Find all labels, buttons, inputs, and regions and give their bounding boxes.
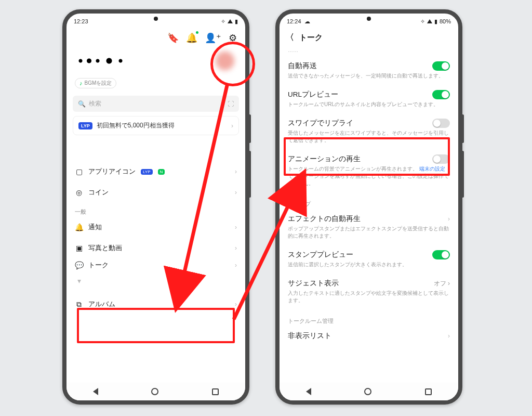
setting-title: 自動再送 [288,61,317,71]
setting-title: サジェスト表示 [288,279,339,288]
app-icon-icon: ▢ [75,167,83,176]
toggle-off[interactable] [432,119,450,128]
menu-talk[interactable]: 💬 トーク › [66,255,245,276]
menu-label: アルバム [88,300,115,309]
profile-row[interactable] [66,47,245,76]
chevron-right-icon: › [235,244,237,252]
phone-left: 12:23 ✧ ▮ 🔖 🔔 👤⁺ ⚙ ♪ BGMを設定 [62,9,249,405]
menu-photo-video[interactable]: ▣ 写真と動画 › [66,238,245,255]
battery-text: 80% [440,18,451,24]
top-toolbar: 🔖 🔔 👤⁺ ⚙ [66,27,245,47]
menu-label: 通知 [88,223,102,232]
bell-icon[interactable]: 🔔 [186,32,197,44]
add-friend-icon[interactable]: 👤⁺ [205,32,221,44]
setting-effect-autoplay[interactable]: エフェクトの自動再生 › ポップアップスタンプまたはエフェクトスタンプを送受信す… [280,209,458,245]
device-settings-link[interactable]: 端末の設定 [419,166,445,172]
back-icon[interactable]: 〈 [286,32,294,43]
camera-notch [154,17,158,21]
nav-back-icon[interactable] [93,388,98,395]
nav-recent-icon[interactable] [425,388,432,395]
menu-album[interactable]: ⧉ アルバム › [66,294,245,315]
search-placeholder: 検索 [89,99,101,108]
search-input[interactable]: 🔍 検索 ⛶ [73,96,239,112]
setting-desc: 入力したテキストに適したスタンプや絵文字を変換候補として表示します。 [288,290,450,304]
toggle-on[interactable] [432,61,450,71]
bgm-label: BGMを設定 [85,80,112,87]
nav-back-icon[interactable] [306,388,311,395]
setting-title: 非表示リスト [288,331,331,341]
settings-list: ▢ アプリアイコン LYP N › ◎ コイン › 一般 [66,161,245,315]
setting-desc: 受信したメッセージを左にスワイプすると、そのメッセージを引用して返信できます。 [288,129,450,144]
menu-coin[interactable]: ◎ コイン › [66,182,245,203]
chat-icon: 💬 [75,261,83,269]
toggle-on[interactable] [432,250,450,259]
android-navbar [66,383,245,400]
setting-animation[interactable]: アニメーションの再生 トークルームの背景でアニメーションが再生されます。 端末の… [280,149,458,192]
battery-icon: ▮ [434,18,437,25]
status-icons: ✧ ▮ 80% [420,18,451,25]
page-header: 〈 トーク [280,27,458,47]
nav-home-icon[interactable] [151,388,158,395]
vibrate-icon: ✧ [420,18,425,25]
setting-desc: トークルームの背景でアニメーションが再生されます。 端末の設定 でアニメーション… [288,165,450,187]
nav-home-icon[interactable] [364,388,371,395]
music-note-icon: ♪ [79,80,83,86]
setting-value: オフ › [434,279,450,288]
volume-button[interactable] [248,151,251,198]
photo-icon: ▣ [75,244,83,252]
nav-recent-icon[interactable] [212,388,219,395]
gear-icon[interactable]: ⚙ [229,32,237,44]
truncated-row: …… [280,47,458,56]
setting-hidden-list[interactable]: 非表示リスト › [280,326,458,346]
bookmark-icon[interactable]: 🔖 [167,32,179,44]
menu-unknown[interactable]: ▾ [66,276,245,291]
power-button[interactable] [248,114,251,143]
bell-outline-icon: 🔔 [75,223,83,231]
promo-text: 初回無料で5,000円相当獲得 [97,121,175,130]
setting-stamp-preview[interactable]: スタンププレビュー 送信前に選択したスタンプが大きく表示されます。 [280,245,458,274]
vibrate-icon: ✧ [221,18,225,25]
android-navbar [280,383,458,400]
power-button[interactable] [461,114,464,143]
toggle-off[interactable] [432,154,450,164]
menu-label: 写真と動画 [88,243,122,253]
phone-right: 12:24 ☁ ✧ ▮ 80% 〈 トーク …… 自動再送 送信できなか [275,9,462,405]
chevron-right-icon: › [235,224,237,231]
page-title: トーク [299,33,323,43]
search-icon: 🔍 [78,100,86,108]
profile-name-obscured [75,57,132,65]
talk-settings-screen: 〈 トーク …… 自動再送 送信できなかったメッセージを、一定時間後に自動で再送… [280,27,458,383]
qr-icon[interactable]: ⛶ [228,100,234,108]
setting-auto-resend[interactable]: 自動再送 送信できなかったメッセージを、一定時間後に自動で再送します。 [280,56,458,85]
setting-url-preview[interactable]: URLプレビュー トークルームでURLのサムネイルと内容をプレビューできます。 [280,85,458,113]
setting-desc: ポップアップスタンプまたはエフェクトスタンプを送受信すると自動的に再生されます。 [288,225,450,240]
coin-icon: ◎ [75,188,83,197]
section-general: 一般 [66,203,245,217]
setting-suggest[interactable]: サジェスト表示 オフ › 入力したテキストに適したスタンプや絵文字を変換候補とし… [280,274,458,309]
menu-notifications[interactable]: 🔔 通知 › [66,217,245,238]
camera-notch [367,17,371,21]
setting-swipe-reply[interactable]: スワイプでリプライ 受信したメッセージを左にスワイプすると、そのメッセージを引用… [280,113,458,149]
setting-title: アニメーションの再生 [288,154,361,164]
toggle-on[interactable] [432,90,450,99]
setting-title: URLプレビュー [288,90,338,99]
setting-desc: トークルームでURLのサムネイルと内容をプレビューできます。 [288,101,450,108]
setting-title: エフェクトの自動再生 [288,214,361,224]
promo-banner[interactable]: LYP 初回無料で5,000円相当獲得 › [73,116,239,135]
menu-label: アプリアイコン [88,167,136,176]
volume-button[interactable] [461,151,464,198]
status-time: 12:24 [287,18,301,25]
album-icon: ⧉ [75,300,83,309]
chevron-right-icon: › [235,189,237,196]
bgm-chip[interactable]: ♪ BGMを設定 [75,78,116,88]
chevron-right-icon: › [231,122,233,129]
setting-title: スタンププレビュー [288,250,353,259]
section-room: トークルーム管理 [280,309,458,326]
status-time: 12:23 [74,18,88,24]
menu-app-icon[interactable]: ▢ アプリアイコン LYP N › [66,161,245,182]
home-screen: 🔖 🔔 👤⁺ ⚙ ♪ BGMを設定 🔍 検索 ⛶ [66,27,245,383]
menu-label: トーク [88,261,109,270]
avatar[interactable] [213,49,237,73]
cloud-icon: ☁ [304,18,310,25]
signal-icon [427,19,432,23]
